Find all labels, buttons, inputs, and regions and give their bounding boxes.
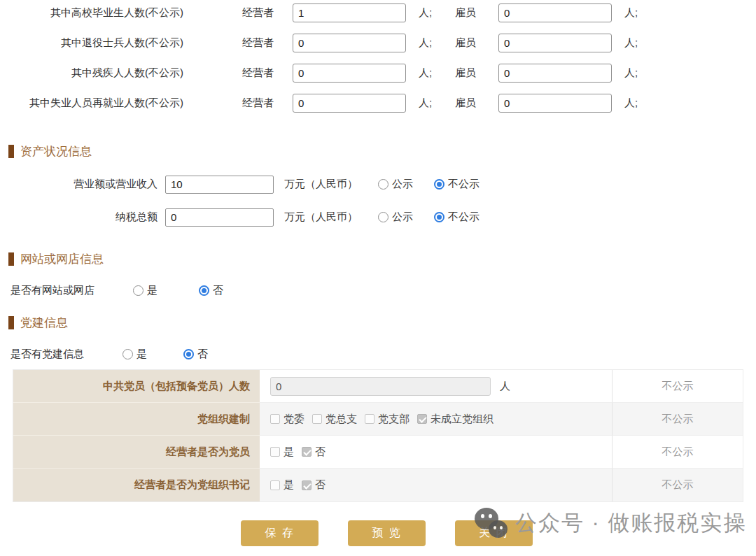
website-question-row: 是否有网站或网店 是 否 [10,283,756,297]
publicity-status: 不公示 [612,370,743,403]
radio-no[interactable]: 否 [199,284,223,297]
row-label: 经营者是否为党员 [13,436,260,469]
table-row-member-count: 中共党员（包括预备党员）人数 人 不公示 [13,370,743,403]
radio-label: 公示 [392,178,413,191]
radio-label: 否 [197,348,208,361]
operator-label: 经营者 [242,6,277,20]
checkbox-label: 是 [284,445,294,459]
party-question-row: 是否有党建信息 是 否 [10,347,756,361]
row-label: 党组织建制 [13,403,260,436]
section-title: 党建信息 [20,315,68,331]
checkbox-icon [365,414,374,424]
radio-label: 否 [213,284,223,297]
radio-yes[interactable]: 是 [133,284,158,297]
employee-label: 雇员 [455,97,479,110]
operator-label: 经营者 [242,97,277,110]
checkbox-label: 党委 [284,413,304,426]
unit-label: 人; [624,97,638,110]
checkbox-no: 否 [302,445,326,459]
employee-count-input[interactable] [498,64,612,83]
radio-icon[interactable] [122,349,133,359]
unit-label: 人; [624,36,638,50]
row-label: 中共党员（包括预备党员）人数 [13,370,260,403]
table-row-operator-is-secretary: 经营者是否为党组织书记 是 否 不公示 [13,469,743,501]
checkbox-dangzongzhi: 党总支 [312,413,357,426]
checkbox-yes: 是 [270,445,294,459]
employee-label: 雇员 [455,6,479,20]
checkbox-yes: 是 [270,478,294,492]
close-button[interactable]: 关 闭 [455,520,533,546]
unit-label: 人; [419,36,440,50]
save-button[interactable]: 保 存 [241,520,318,546]
checkbox-label: 否 [315,445,326,459]
radio-icon[interactable] [378,179,388,190]
operator-count-input[interactable] [293,3,406,22]
radio-checked-icon[interactable] [434,212,444,222]
checkbox-icon [270,447,280,457]
section-title: 网站或网店信息 [20,251,104,267]
asset-row-revenue: 营业额或营业收入 万元（人民币） 公示 不公示 [0,175,756,194]
section-bar-icon [8,252,14,266]
employment-row-veterans: 其中退役士兵人数(不公示) 经营者 人; 雇员 人; [0,33,756,52]
checkbox-label: 未成立党组织 [430,413,493,426]
preview-button[interactable]: 预 览 [348,520,426,546]
radio-label: 不公示 [448,178,479,191]
revenue-input[interactable] [165,176,274,194]
employee-count-input[interactable] [498,3,612,22]
section-title: 资产状况信息 [20,143,92,159]
radio-checked-icon[interactable] [434,179,444,190]
annual-report-form: 其中高校毕业生人数(不公示) 经营者 人; 雇员 人; 其中退役士兵人数(不公示… [0,0,756,556]
table-row-operator-is-member: 经营者是否为党员 是 否 不公示 [13,436,743,469]
employee-count-input[interactable] [498,34,612,52]
operator-count-input[interactable] [293,64,406,83]
party-info-table: 中共党员（包括预备党员）人数 人 不公示 党组织建制 党委 党总支 [13,369,743,502]
table-row-org-structure: 党组织建制 党委 党总支 党支部 未成立党组织 [13,403,743,436]
question-label: 是否有网站或网店 [10,284,133,297]
radio-icon[interactable] [133,285,144,296]
checkbox-icon [270,480,280,490]
operator-count-input[interactable] [293,34,406,52]
radio-icon[interactable] [378,212,388,222]
radio-public[interactable]: 公示 [378,211,413,224]
radio-private[interactable]: 不公示 [434,211,479,224]
unit-label: 万元（人民币） [284,211,363,224]
field-label: 其中高校毕业生人数(不公示) [0,6,183,20]
unit-label: 人; [419,66,440,80]
publicity-status: 不公示 [612,436,743,469]
employment-row-disabled: 其中残疾人人数(不公示) 经营者 人; 雇员 人; [0,63,756,83]
party-member-count-input [270,377,491,396]
employee-label: 雇员 [455,36,479,50]
radio-checked-icon[interactable] [199,285,209,296]
radio-yes[interactable]: 是 [122,348,147,361]
checkbox-label: 是 [284,478,294,492]
unit-label: 人; [624,66,638,80]
checkbox-label: 党总支 [326,413,357,426]
asset-row-tax: 纳税总额 万元（人民币） 公示 不公示 [0,208,756,227]
checkbox-checked-icon [417,414,427,424]
unit-label: 人 [500,380,510,393]
radio-label: 公示 [392,211,413,224]
checkbox-label: 否 [315,478,326,492]
tax-input[interactable] [165,208,274,227]
section-bar-icon [8,316,14,329]
radio-public[interactable]: 公示 [378,178,413,191]
checkbox-no: 否 [302,478,326,492]
operator-count-input[interactable] [293,94,406,113]
publicity-status: 不公示 [612,469,743,501]
radio-checked-icon[interactable] [183,349,194,359]
checkbox-label: 党支部 [378,413,410,426]
checkbox-checked-icon [302,480,312,490]
field-label: 其中失业人员再就业人数(不公示) [0,97,183,110]
unit-label: 人; [624,6,638,20]
field-label: 纳税总额 [0,211,158,224]
employee-count-input[interactable] [498,94,612,113]
employment-row-reemployed: 其中失业人员再就业人数(不公示) 经营者 人; 雇员 人; [0,93,756,113]
operator-label: 经营者 [242,36,277,50]
radio-no[interactable]: 否 [183,348,208,361]
radio-private[interactable]: 不公示 [434,178,479,191]
row-label: 经营者是否为党组织书记 [13,469,260,501]
radio-label: 不公示 [448,211,479,224]
field-label: 其中退役士兵人数(不公示) [0,36,183,50]
employment-row-graduates: 其中高校毕业生人数(不公示) 经营者 人; 雇员 人; [0,3,756,22]
section-bar-icon [8,145,14,158]
